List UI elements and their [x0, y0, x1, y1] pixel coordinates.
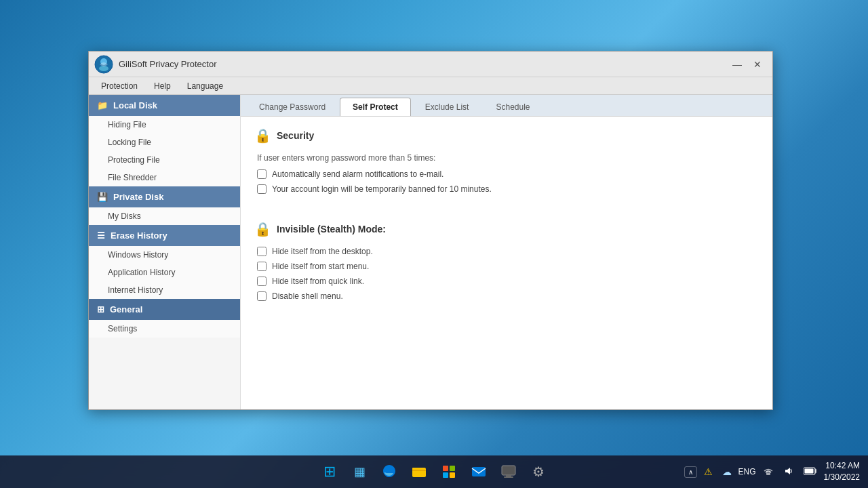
svg-rect-10 — [502, 466, 515, 475]
tabs-bar: Change Password Self Protect Exclude Lis… — [241, 95, 772, 117]
file-explorer-icon[interactable] — [406, 458, 433, 485]
svg-rect-4 — [412, 468, 418, 470]
time-display[interactable]: 10:42 AM 1/30/2022 — [824, 460, 860, 483]
speaker-tray-icon — [781, 464, 797, 480]
svg-rect-15 — [804, 468, 813, 473]
sidebar-section-private-disk: 💾 Private Disk My Disks — [89, 186, 240, 225]
sidebar-item-hiding-file[interactable]: Hiding File — [89, 116, 240, 134]
desktop-app-icon[interactable] — [495, 458, 522, 485]
menu-bar: Protection Help Language — [89, 77, 772, 95]
svg-rect-13 — [766, 472, 770, 475]
checkbox-temp-ban[interactable] — [257, 184, 267, 194]
checkbox-hide-start-row: Hide itself from start menu. — [257, 262, 759, 271]
checkbox-hide-desktop-row: Hide itself from the desktop. — [257, 247, 759, 256]
battery-tray-icon — [801, 465, 820, 479]
sidebar-section-local-disk: 📁 Local Disk Hiding File Locking File Pr… — [89, 95, 240, 186]
erase-history-icon: ☰ — [97, 230, 105, 241]
sidebar: 📁 Local Disk Hiding File Locking File Pr… — [89, 95, 241, 409]
app-logo — [94, 55, 113, 74]
edge-icon[interactable] — [376, 458, 403, 485]
sidebar-item-protecting-file[interactable]: Protecting File — [89, 151, 240, 169]
checkbox-hide-quick[interactable] — [257, 277, 267, 286]
svg-rect-7 — [443, 472, 448, 478]
sidebar-item-application-history[interactable]: Application History — [89, 264, 240, 281]
svg-point-2 — [99, 66, 108, 71]
content-area: Change Password Self Protect Exclude Lis… — [241, 95, 772, 409]
clock-date: 1/30/2022 — [824, 472, 860, 483]
minimize-button[interactable]: — — [728, 57, 747, 72]
sidebar-section-erase-history: ☰ Erase History Windows History Applicat… — [89, 225, 240, 299]
taskbar-center: ⊞ ▦ — [316, 458, 552, 485]
main-content: 📁 Local Disk Hiding File Locking File Pr… — [89, 95, 772, 409]
security-icon: 🔒 — [254, 127, 271, 144]
menu-protection[interactable]: Protection — [94, 80, 144, 92]
mail-icon[interactable] — [465, 458, 492, 485]
svg-rect-16 — [815, 469, 816, 473]
svg-rect-6 — [450, 466, 455, 471]
close-button[interactable]: ✕ — [748, 57, 767, 72]
checkbox-temp-ban-label[interactable]: Your account login will be temporarily b… — [272, 184, 492, 194]
checkbox-hide-quick-row: Hide itself from quick link. — [257, 277, 759, 286]
sidebar-item-local-disk[interactable]: 📁 Local Disk — [89, 95, 240, 116]
checkbox-send-alarm-label[interactable]: Automatically send alarm notifications t… — [272, 169, 443, 179]
title-bar: GiliSoft Privacy Protector — ✕ — [89, 52, 772, 77]
sidebar-item-file-shredder[interactable]: File Shredder — [89, 169, 240, 186]
checkbox-hide-start[interactable] — [257, 262, 267, 271]
settings-icon[interactable]: ⚙ — [525, 458, 552, 485]
private-disk-label: Private Disk — [113, 192, 163, 202]
checkbox-send-alarm-row: Automatically send alarm notifications t… — [257, 169, 759, 179]
sidebar-item-my-disks[interactable]: My Disks — [89, 207, 240, 225]
taskbar: ⊞ ▦ — [0, 455, 868, 488]
svg-rect-9 — [472, 467, 486, 476]
local-disk-label: Local Disk — [113, 100, 157, 110]
start-button[interactable]: ⊞ — [316, 458, 343, 485]
checkbox-disable-shell-row: Disable shell menu. — [257, 291, 759, 301]
checkbox-temp-ban-row: Your account login will be temporarily b… — [257, 184, 759, 194]
app-window: GiliSoft Privacy Protector — ✕ Protectio… — [88, 51, 773, 410]
content-panel: 🔒 Security If user enters wrong password… — [241, 117, 772, 409]
sidebar-item-windows-history[interactable]: Windows History — [89, 246, 240, 264]
security-description: If user enters wrong password more than … — [257, 153, 759, 163]
desktop: GiliSoft Privacy Protector — ✕ Protectio… — [0, 0, 868, 488]
checkbox-hide-desktop-label[interactable]: Hide itself from the desktop. — [272, 247, 373, 256]
general-icon: ⊞ — [97, 304, 104, 314]
checkbox-hide-quick-label[interactable]: Hide itself from quick link. — [272, 277, 364, 286]
sidebar-item-erase-history[interactable]: ☰ Erase History — [89, 225, 240, 246]
sidebar-item-general[interactable]: ⊞ General — [89, 299, 240, 320]
sidebar-item-locking-file[interactable]: Locking File — [89, 134, 240, 151]
local-disk-icon: 📁 — [97, 100, 108, 110]
sidebar-item-private-disk[interactable]: 💾 Private Disk — [89, 186, 240, 207]
section-divider — [254, 199, 759, 216]
store-icon[interactable] — [435, 458, 462, 485]
tab-self-protect[interactable]: Self Protect — [340, 98, 411, 116]
checkbox-disable-shell-label[interactable]: Disable shell menu. — [272, 291, 343, 301]
checkbox-hide-desktop[interactable] — [257, 247, 267, 256]
checkbox-hide-start-label[interactable]: Hide itself from start menu. — [272, 262, 369, 271]
stealth-section-header: 🔒 Invisible (Stealth) Mode: — [254, 221, 759, 237]
menu-help[interactable]: Help — [147, 80, 178, 92]
general-label: General — [110, 304, 142, 314]
stealth-icon: 🔒 — [254, 221, 271, 237]
warning-tray-icon: ⚠ — [701, 465, 715, 479]
security-title: Security — [277, 130, 314, 141]
clock-time: 10:42 AM — [824, 460, 860, 472]
erase-history-label: Erase History — [111, 230, 167, 241]
stealth-title: Invisible (Stealth) Mode: — [277, 224, 386, 235]
sidebar-item-internet-history[interactable]: Internet History — [89, 281, 240, 299]
widgets-button[interactable]: ▦ — [346, 458, 373, 485]
tab-exclude-list[interactable]: Exclude List — [412, 98, 482, 116]
taskbar-right: ∧ ⚠ ☁ ENG — [684, 460, 868, 483]
tab-change-password[interactable]: Change Password — [246, 98, 338, 116]
window-controls: — ✕ — [728, 57, 767, 72]
svg-rect-5 — [443, 466, 448, 471]
checkbox-send-alarm[interactable] — [257, 169, 267, 179]
svg-rect-11 — [506, 475, 511, 476]
svg-rect-8 — [450, 472, 455, 478]
tab-schedule[interactable]: Schedule — [483, 98, 542, 116]
language-indicator[interactable]: ENG — [738, 467, 756, 476]
sidebar-section-general: ⊞ General Settings — [89, 299, 240, 338]
system-tray-chevron[interactable]: ∧ — [684, 466, 697, 478]
menu-language[interactable]: Language — [180, 80, 230, 92]
checkbox-disable-shell[interactable] — [257, 291, 267, 301]
sidebar-item-settings[interactable]: Settings — [89, 320, 240, 338]
